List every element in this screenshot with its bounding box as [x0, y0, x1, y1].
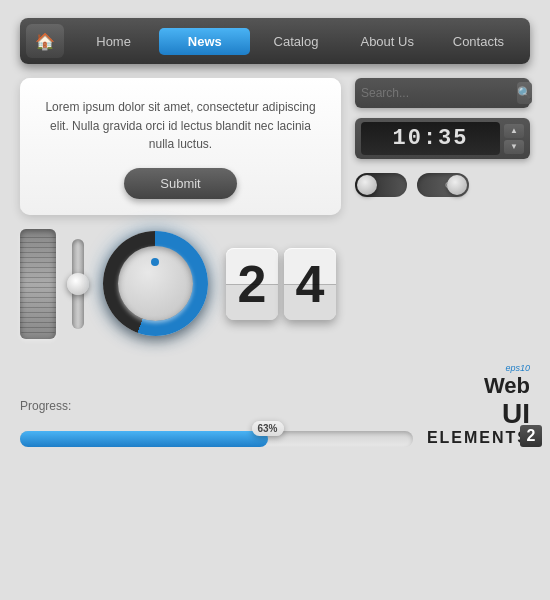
home-icon: 🏠	[35, 32, 55, 51]
right-panel: 🔍 10:35 ▲ ▼ ON OFF	[355, 78, 530, 339]
eps-label: eps10	[505, 363, 530, 373]
flip-clock: 2 4	[226, 248, 336, 320]
text-card: Lorem ipsum dolor sit amet, consectetur …	[20, 78, 341, 215]
search-button[interactable]: 🔍	[517, 82, 532, 104]
nav-item-aboutus[interactable]: About Us	[342, 28, 433, 55]
toggle-off: OFF	[417, 173, 469, 197]
progress-label: Progress:	[20, 399, 413, 413]
knob-outer-ring[interactable]	[103, 231, 208, 336]
submit-button[interactable]: Submit	[124, 168, 236, 199]
nav-item-home[interactable]: Home	[68, 28, 159, 55]
progress-thumb: 63%	[251, 421, 283, 436]
flip-digit-2: 4	[284, 248, 336, 320]
digital-clock: 10:35 ▲ ▼	[355, 118, 530, 159]
branding: eps10 Web UI ELEMENTS 2	[427, 357, 530, 447]
main-area: Lorem ipsum dolor sit amet, consectetur …	[0, 64, 550, 353]
toggle-on-track[interactable]: ON	[355, 173, 407, 197]
toggle-on-thumb	[357, 175, 377, 195]
small-slider-track[interactable]	[72, 239, 84, 329]
search-input[interactable]	[361, 86, 511, 100]
slider-thumb	[67, 273, 89, 295]
clock-arrows: ▲ ▼	[504, 124, 524, 154]
clock-down-button[interactable]: ▼	[504, 140, 524, 154]
slider-lines	[20, 233, 56, 335]
brand-ui: UI	[502, 398, 530, 429]
toggle-on: ON	[355, 173, 407, 197]
nav-item-news[interactable]: News	[159, 28, 250, 55]
clock-display: 10:35	[361, 122, 500, 155]
progress-section: Progress: 63%	[20, 399, 413, 447]
nav-item-contacts[interactable]: Contacts	[433, 28, 524, 55]
left-panel: Lorem ipsum dolor sit amet, consectetur …	[20, 78, 341, 339]
knob-inner	[118, 246, 193, 321]
knob-indicator-dot	[151, 258, 159, 266]
nav-home-button[interactable]: 🏠	[26, 24, 64, 58]
progress-fill	[20, 431, 268, 447]
progress-track[interactable]: 63%	[20, 431, 413, 447]
card-body-text: Lorem ipsum dolor sit amet, consectetur …	[42, 98, 319, 154]
toggle-off-track[interactable]: OFF	[417, 173, 469, 197]
brand-elements: ELEMENTS	[427, 429, 530, 447]
toggles-row: ON OFF	[355, 169, 530, 201]
widgets-row: 2 4	[20, 229, 341, 339]
flip-digit-1: 2	[226, 248, 278, 320]
knob-container	[100, 229, 210, 339]
search-icon: 🔍	[517, 86, 532, 100]
toggle-off-thumb	[447, 175, 467, 195]
vertical-slider[interactable]	[20, 229, 56, 339]
bottom-row: Progress: 63% eps10 Web UI ELEMENTS 2	[0, 357, 550, 447]
part-badge: 2	[520, 425, 542, 447]
search-bar: 🔍	[355, 78, 530, 108]
small-slider-container	[72, 239, 84, 329]
nav-item-catalog[interactable]: Catalog	[250, 28, 341, 55]
brand-web: Web	[427, 374, 530, 398]
navbar: 🏠 Home News Catalog About Us Contacts	[20, 18, 530, 64]
clock-up-button[interactable]: ▲	[504, 124, 524, 138]
